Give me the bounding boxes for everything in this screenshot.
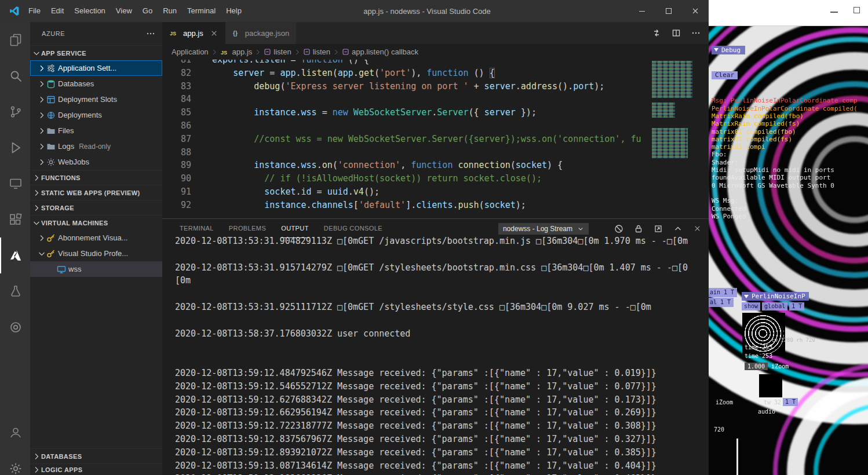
section-logic-apps[interactable]: LOGIC APPS [30,463,162,475]
tree-item-visual-studio-profe[interactable]: Visual Studio Profe... [30,246,162,261]
more-actions-icon[interactable] [146,29,155,38]
section-functions[interactable]: FUNCTIONS [30,170,162,185]
open-log-file-icon[interactable] [654,224,663,233]
tree-item-label: Deployment Slots [58,95,117,104]
tab-package-json[interactable]: {}package.json [225,22,297,44]
activity-explorer[interactable] [0,22,30,58]
tree-item-deployment-slots[interactable]: Deployment Slots [30,92,162,107]
minimap[interactable] [652,60,701,218]
tree-item-application-sett[interactable]: Application Sett... [30,60,162,76]
menu-selection[interactable]: Selection [69,0,110,22]
code-text: // if (!isAllowedHost(socket)) return so… [212,173,542,184]
slider-box[interactable] [759,374,782,397]
perlin-panel-header[interactable]: PerlinNoiseInP [742,292,809,301]
section-databases[interactable]: DATABASES [30,448,162,463]
section-static-web-apps-preview[interactable]: STATIC WEB APPS (PREVIEW) [30,185,162,200]
tree-item-webjobs[interactable]: WebJobs [30,154,162,170]
chevron-right-icon [32,465,41,474]
close-window-button[interactable] [682,0,709,22]
code-line: 92 instance.channels['default'].clients.… [162,199,709,212]
debug-panel-header[interactable]: Debug [712,46,745,54]
maximize-button[interactable] [655,0,682,22]
breadcrumb: ApplicationJSapp.jslistenlistenapp.liste… [162,44,709,60]
split-editor-icon[interactable] [672,28,681,38]
close-panel-icon[interactable] [693,224,702,233]
toggle-global[interactable]: global [762,302,787,310]
code-line: 81exports.listen = function () { [162,60,709,67]
activity-azure[interactable] [0,237,30,273]
source-control-icon [9,105,23,119]
code-text: instance.wss.on('connection', function c… [212,160,563,170]
tree-item-label: Deployments [58,111,102,119]
activity-settings-gear[interactable] [0,451,30,475]
menu-run[interactable]: Run [158,0,182,22]
menu-help[interactable]: Help [221,0,247,22]
activity-azure-iot[interactable] [0,309,30,345]
azure-tree: APP SERVICEApplication Sett...DatabasesD… [30,45,162,277]
activity-run-and-debug[interactable] [0,130,30,166]
clipped-chip[interactable]: ain 1 T [709,288,737,297]
menu-edit[interactable]: Edit [46,0,69,22]
database-icon [46,79,56,89]
clear-button[interactable]: Clear [712,71,738,79]
menu-file[interactable]: File [23,0,46,22]
window-title: app.js - nodewss - Visual Studio Code [311,7,543,16]
activity-source-control[interactable] [0,94,30,130]
settings-sliders-icon [46,64,56,73]
tree-item-deployments[interactable]: Deployments [30,107,162,123]
code-editor[interactable]: 81exports.listen = function () {82 serve… [162,60,709,218]
breadcrumb-item-app-js[interactable]: JSapp.js [220,48,253,57]
line-number: 84 [162,93,191,106]
zoom-value: 1.000 [745,363,768,370]
toggle-show[interactable]: show [742,302,760,310]
tree-item-databases[interactable]: Databases [30,76,162,92]
lock-auto-scroll-icon[interactable] [634,224,643,233]
minimize-button[interactable] [629,0,655,22]
menu-view[interactable]: View [111,0,137,22]
menu-go[interactable]: Go [137,0,158,22]
clear-output-icon[interactable] [614,224,623,233]
art-maximize-button[interactable] [854,7,860,13]
toggle-1t[interactable]: 1 T [783,398,798,406]
toggle-1-t[interactable]: 1 T [789,302,804,310]
zoom-control[interactable]: 1.000 iZoom [745,363,789,370]
section-virtual-machines[interactable]: VIRTUAL MACHINES [30,215,162,230]
section-app-service[interactable]: APP SERVICE [30,45,162,60]
tab-app-js[interactable]: JSapp.js [162,22,225,44]
tree-item-abonnement-visua[interactable]: Abonnement Visua... [30,230,162,246]
output-log[interactable]: 2020-12-08T13:53:31.904829113Z □[0mGET /… [162,235,709,475]
menu-terminal[interactable]: Terminal [182,0,221,22]
activity-test-explorer[interactable] [0,273,30,309]
art-minimize-button[interactable] [830,12,838,13]
activity-extensions[interactable] [0,202,30,237]
sidebar-azure: AZURE APP SERVICEApplication Sett...Data… [30,22,162,475]
activity-account[interactable] [0,415,30,451]
azure-icon [8,248,23,263]
log-line: [0m [175,274,709,287]
maximize-panel-icon[interactable] [673,224,683,233]
tree-item-wss[interactable]: wss [30,261,162,277]
output-channel-select[interactable]: nodewss - Log Stream [498,223,589,235]
tree-item-label: Application Sett... [58,64,116,72]
more-actions-icon[interactable] [691,28,701,38]
activity-search[interactable] [0,58,30,94]
chevron-right-icon [37,79,46,89]
minimap-block [652,103,675,118]
close-tab-icon[interactable] [210,29,218,38]
tree-item-logs[interactable]: LogsRead-only [30,138,162,154]
log-line [175,314,709,327]
deployment-slots-icon [46,95,56,104]
clipped-chip[interactable]: al 1 T [709,298,734,307]
tree-item-files[interactable]: Files [30,123,162,138]
line-number: 85 [162,106,191,119]
breadcrumb-item-application[interactable]: Application [172,48,209,56]
section-storage[interactable]: STORAGE [30,200,162,215]
breadcrumb-item-app-listen-callback[interactable]: app.listen() callback [342,48,418,56]
breadcrumb-item-listen[interactable]: listen [303,48,330,56]
debug-panel-title: Debug [721,46,741,54]
code-line: 82 server = app.listen(app.get('port'), … [162,67,709,80]
log-line: 2020-12-08T13:59:12.627688342Z Message r… [175,393,709,407]
breadcrumb-item-listen[interactable]: listen [264,48,291,56]
activity-remote-explorer[interactable] [0,166,30,202]
open-changes-icon[interactable] [652,28,661,38]
